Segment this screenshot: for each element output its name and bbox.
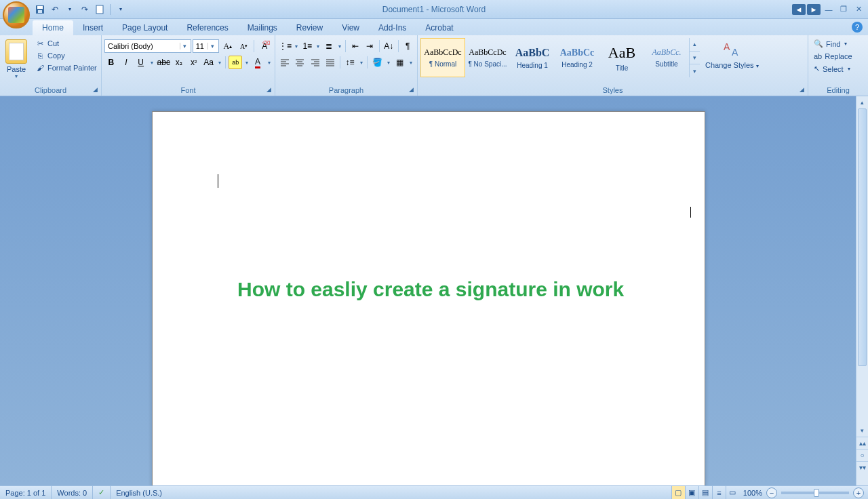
find-button[interactable]: 🔍Find▾	[811, 38, 855, 49]
style-heading-2[interactable]: AaBbCc Heading 2	[555, 38, 599, 77]
copy-button[interactable]: ⎘Copy	[34, 50, 98, 61]
subscript-button[interactable]: x₂	[172, 56, 186, 69]
align-right-button[interactable]	[309, 56, 322, 69]
zoom-out-button[interactable]: −	[766, 487, 777, 498]
status-proofing[interactable]: ✓	[93, 486, 111, 499]
prev-window-icon[interactable]: ◄	[792, 4, 806, 15]
tab-references[interactable]: References	[177, 20, 237, 35]
save-icon[interactable]	[34, 3, 46, 16]
italic-button[interactable]: I	[119, 56, 133, 69]
underline-button[interactable]: U	[134, 56, 148, 69]
select-button[interactable]: ↖Select▾	[811, 63, 855, 75]
scroll-down-icon[interactable]: ▾	[856, 424, 868, 437]
tab-mailings[interactable]: Mailings	[238, 20, 287, 35]
underline-dropdown[interactable]: ▾	[149, 60, 155, 66]
bold-button[interactable]: B	[104, 56, 118, 69]
paragraph-launcher-icon[interactable]: ◢	[406, 85, 416, 94]
change-case-button[interactable]: Aa	[202, 56, 216, 69]
replace-button[interactable]: abReplace	[811, 51, 855, 62]
font-color-button[interactable]: A	[251, 56, 264, 69]
bullets-button[interactable]: ⋮≡	[278, 39, 292, 53]
shading-button[interactable]: 🪣	[370, 56, 384, 69]
status-language[interactable]: English (U.S.)	[111, 486, 167, 499]
align-center-button[interactable]	[293, 56, 307, 69]
status-words[interactable]: Words: 0	[52, 486, 93, 499]
style-title[interactable]: AaB Title	[599, 38, 644, 77]
grow-font-button[interactable]: A▴	[220, 39, 235, 53]
gallery-more-icon[interactable]: ▾	[690, 64, 700, 77]
new-icon[interactable]	[94, 3, 106, 16]
help-icon[interactable]: ?	[852, 22, 863, 33]
zoom-in-button[interactable]: +	[853, 487, 864, 498]
multilevel-button[interactable]: ≣	[323, 39, 336, 53]
format-painter-button[interactable]: 🖌Format Painter	[34, 62, 98, 73]
minimize-button[interactable]: —	[822, 4, 835, 15]
prev-page-icon[interactable]: ▴▴	[856, 437, 868, 449]
show-marks-button[interactable]: ¶	[401, 39, 414, 53]
font-size-combo[interactable]: 11▾	[193, 39, 219, 53]
tab-acrobat[interactable]: Acrobat	[416, 20, 462, 35]
numbering-button[interactable]: 1≡	[301, 39, 314, 53]
page[interactable]: How to easliy create a signature in work	[152, 111, 705, 485]
clipboard-launcher-icon[interactable]: ◢	[90, 85, 100, 94]
redo-icon[interactable]: ↷	[79, 3, 91, 16]
tab-view[interactable]: View	[332, 20, 369, 35]
bullets-dropdown[interactable]: ▾	[294, 43, 300, 49]
zoom-thumb[interactable]	[814, 489, 819, 497]
scroll-up-icon[interactable]: ▴	[856, 96, 868, 108]
borders-button[interactable]: ▦	[393, 56, 407, 69]
undo-icon[interactable]: ↶	[49, 3, 61, 16]
tab-insert[interactable]: Insert	[73, 20, 113, 35]
styles-launcher-icon[interactable]: ◢	[797, 85, 806, 94]
paste-button[interactable]: Paste ▾	[3, 37, 30, 79]
style-no-spacing[interactable]: AaBbCcDc ¶ No Spaci...	[465, 38, 510, 77]
zoom-level[interactable]: 100%	[739, 489, 766, 497]
align-left-button[interactable]	[278, 56, 292, 69]
next-page-icon[interactable]: ▾▾	[856, 461, 868, 473]
draft-view-icon[interactable]: ▭	[726, 486, 739, 499]
change-case-dropdown[interactable]: ▾	[217, 60, 223, 66]
document-area[interactable]: How to easliy create a signature in work	[0, 96, 856, 485]
font-color-dropdown[interactable]: ▾	[266, 60, 272, 66]
gallery-down-icon[interactable]: ▾	[690, 52, 700, 65]
next-window-icon[interactable]: ►	[807, 4, 821, 15]
numbering-dropdown[interactable]: ▾	[315, 43, 321, 49]
cut-button[interactable]: ✂Cut	[34, 38, 98, 49]
highlight-dropdown[interactable]: ▾	[243, 60, 250, 66]
vertical-scrollbar[interactable]: ▴ ▴▴ ○ ▾▾ ▾	[856, 96, 868, 485]
outline-view-icon[interactable]: ≡	[712, 486, 726, 499]
browse-object-icon[interactable]: ○	[856, 449, 868, 461]
full-screen-view-icon[interactable]: ▣	[685, 486, 698, 499]
gallery-up-icon[interactable]: ▴	[690, 38, 700, 52]
sort-button[interactable]: A↓	[382, 39, 395, 53]
style-subtitle[interactable]: AaBbCc. Subtitle	[644, 38, 689, 77]
web-layout-view-icon[interactable]: ▤	[698, 486, 712, 499]
tab-home[interactable]: Home	[33, 20, 73, 35]
restore-button[interactable]: ❐	[837, 4, 850, 15]
print-layout-view-icon[interactable]: ▢	[671, 486, 685, 499]
tab-review[interactable]: Review	[287, 20, 332, 35]
clear-formatting-button[interactable]: A⌫	[257, 39, 272, 53]
line-spacing-dropdown[interactable]: ▾	[358, 60, 364, 66]
shading-dropdown[interactable]: ▾	[385, 60, 391, 66]
qat-dropdown-icon[interactable]: ▾	[64, 3, 76, 16]
decrease-indent-button[interactable]: ⇤	[349, 39, 361, 53]
qat-customize-icon[interactable]: ▾	[115, 3, 127, 16]
superscript-button[interactable]: x²	[187, 56, 201, 69]
shrink-font-button[interactable]: A▾	[237, 39, 252, 53]
borders-dropdown[interactable]: ▾	[408, 60, 414, 66]
office-button[interactable]	[3, 1, 30, 28]
line-spacing-button[interactable]: ↕≡	[343, 56, 357, 69]
style-heading-1[interactable]: AaBbC Heading 1	[510, 38, 555, 77]
close-button[interactable]: ✕	[852, 4, 865, 15]
multilevel-dropdown[interactable]: ▾	[337, 43, 343, 49]
strikethrough-button[interactable]: abc	[157, 56, 171, 69]
scroll-thumb[interactable]	[858, 108, 867, 366]
style-normal[interactable]: AaBbCcDc ¶ Normal	[420, 38, 465, 77]
tab-add-ins[interactable]: Add-Ins	[369, 20, 416, 35]
justify-button[interactable]	[323, 56, 337, 69]
increase-indent-button[interactable]: ⇥	[363, 39, 376, 53]
change-styles-button[interactable]: AA Change Styles ▾	[701, 37, 763, 70]
tab-page-layout[interactable]: Page Layout	[113, 20, 177, 35]
zoom-slider[interactable]	[781, 492, 849, 494]
